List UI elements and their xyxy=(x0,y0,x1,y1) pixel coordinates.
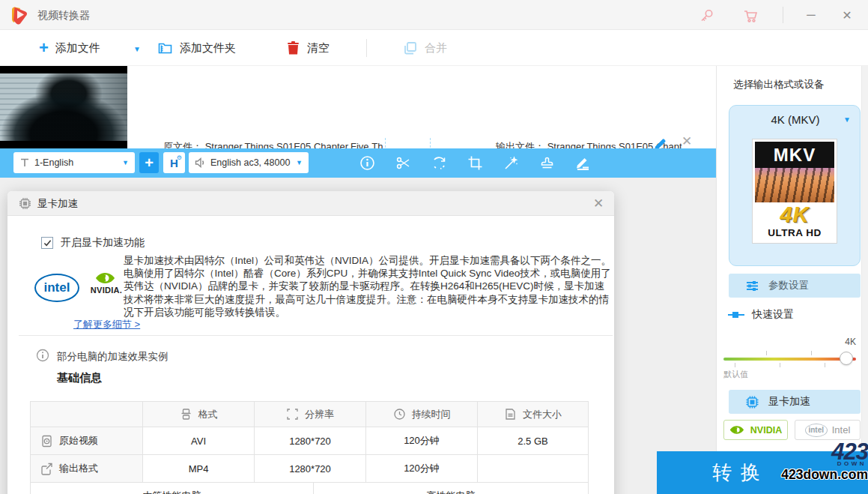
slider-tick xyxy=(811,351,812,355)
watermark-stamp-icon[interactable] xyxy=(539,155,555,171)
nvidia-toggle-button[interactable]: NVIDIA xyxy=(723,420,788,440)
convert-label: 转换 xyxy=(703,460,769,486)
app-logo-icon xyxy=(10,5,30,25)
video-thumbnail[interactable] xyxy=(0,66,127,148)
chevron-down-icon: ▼ xyxy=(296,159,303,166)
card-quality-label: 4K xyxy=(755,202,834,226)
source-video-icon xyxy=(40,435,53,448)
gear-icon: ⚙ xyxy=(177,154,182,161)
audio-track-select[interactable]: English ac3, 48000 H ▼ xyxy=(189,152,309,173)
intel-logo: intel xyxy=(805,424,828,437)
sliders-icon xyxy=(745,279,759,293)
add-folder-button[interactable]: 添加文件夹 xyxy=(157,30,236,66)
col-duration: 持续时间 xyxy=(366,402,478,427)
gpu-acceleration-dialog: 显卡加速 ✕ 开启显卡加速功能 intel NVIDIA. 显卡加速技术由因特尔… xyxy=(7,191,614,494)
quick-settings-label: 快速设置 xyxy=(752,308,794,322)
subtitle-track-value: 1-English xyxy=(34,157,118,168)
folder-icon xyxy=(157,40,173,56)
nvidia-label: NVIDIA xyxy=(750,425,782,436)
learn-more-link[interactable]: 了解更多细节 > xyxy=(73,318,140,331)
dialog-divider xyxy=(19,335,613,336)
nvidia-eye-icon xyxy=(95,271,118,286)
card-container-label: MKV xyxy=(755,142,834,168)
titlebar-divider xyxy=(783,7,783,23)
slider-tick xyxy=(780,363,780,367)
effect-wand-icon[interactable] xyxy=(503,155,519,171)
slider-default-label: 默认值 xyxy=(723,369,748,380)
register-key-icon[interactable] xyxy=(699,7,715,24)
clear-label: 清空 xyxy=(307,41,330,55)
trim-scissors-icon[interactable] xyxy=(395,155,411,171)
video-frame xyxy=(0,73,127,141)
parameter-settings-button[interactable]: 参数设置 xyxy=(729,274,861,298)
add-file-label: 添加文件 xyxy=(55,41,100,55)
dialog-close-icon[interactable]: ✕ xyxy=(590,196,607,211)
intel-toggle-button[interactable]: intel Intel xyxy=(795,420,861,440)
clear-button[interactable]: 清空 xyxy=(286,30,330,66)
slider-tick xyxy=(825,363,825,367)
titlebar: 视频转换器 ─ ✕ xyxy=(0,0,868,30)
basic-info-heading: 基础信息 xyxy=(57,371,102,385)
chevron-down-icon[interactable]: ▼ xyxy=(843,115,851,124)
add-file-button[interactable]: + 添加文件 xyxy=(39,30,100,66)
speaker-icon xyxy=(195,157,206,168)
main-toolbar: + 添加文件 ▼ 添加文件夹 清空 合并 xyxy=(0,30,868,66)
format-selector-panel[interactable]: 4K (MKV) ▼ MKV 4K ULTRA HD xyxy=(729,105,861,266)
info-circle-icon xyxy=(36,349,49,362)
quality-slider-handle[interactable] xyxy=(840,352,853,365)
quick-settings-row: 快速设置 xyxy=(727,308,794,322)
cart-icon[interactable] xyxy=(742,7,759,24)
output-format-icon xyxy=(40,463,53,475)
app-window: 视频转换器 ─ ✕ + 添加文件 ▼ 添加文件夹 清空 xyxy=(0,0,868,494)
gpu-description: 显卡加速技术由因特尔（Intel）公司和英伟达（NVIDIA）公司提供。开启显卡… xyxy=(124,254,614,319)
slider-tick xyxy=(766,351,767,355)
output-sidebar: 选择输出格式或设备 4K (MKV) ▼ MKV 4K ULTRA HD 参数设… xyxy=(716,66,868,494)
merge-button: 合并 xyxy=(403,30,447,66)
trash-icon xyxy=(286,40,300,55)
remove-file-icon[interactable]: ✕ xyxy=(682,133,692,149)
crop-icon[interactable] xyxy=(467,155,483,171)
enable-gpu-label: 开启显卡加速功能 xyxy=(61,236,145,250)
resolution-icon xyxy=(286,408,299,421)
plus-icon: + xyxy=(39,40,49,55)
subtitle-T-icon xyxy=(19,157,30,168)
gpu-acceleration-label: 显卡加速 xyxy=(768,395,810,409)
gpu-acceleration-button[interactable]: 显卡加速 xyxy=(729,390,861,414)
checkbox-checked[interactable] xyxy=(41,237,53,249)
minimize-button[interactable]: ─ xyxy=(795,0,827,30)
merge-label: 合并 xyxy=(425,41,447,55)
edit-bar: 1-English ▼ + H⚙ English ac3, 48000 H ▼ xyxy=(0,148,716,178)
table-footer-row: 中等性能电脑 高性能电脑 xyxy=(31,483,589,494)
close-window-button[interactable]: ✕ xyxy=(831,0,863,30)
convert-button[interactable]: 转换 xyxy=(657,451,868,494)
audio-track-value: English ac3, 48000 H xyxy=(210,157,291,168)
chip-icon xyxy=(19,197,31,210)
slider-handle-icon xyxy=(727,310,745,320)
add-file-dropdown-caret[interactable]: ▼ xyxy=(133,45,141,53)
rotate-icon[interactable] xyxy=(431,155,447,171)
slider-max-label: 4K xyxy=(829,337,856,347)
add-subtitle-button[interactable]: + xyxy=(139,152,159,173)
media-info-icon[interactable] xyxy=(359,155,375,171)
table-header-row: 格式 分辨率 持续时间 文件大小 xyxy=(31,402,589,427)
clock-icon xyxy=(393,408,406,421)
acceleration-table: 格式 分辨率 持续时间 文件大小 原始视频 xyxy=(30,401,589,494)
table-row-source: 原始视频 AVI 1280*720 120分钟 2.5 GB xyxy=(31,427,589,455)
col-format: 格式 xyxy=(143,402,255,427)
dialog-title: 显卡加速 xyxy=(37,197,78,211)
app-title: 视频转换器 xyxy=(37,9,90,22)
quality-slider-track[interactable] xyxy=(723,358,856,361)
file-size-icon xyxy=(504,408,517,421)
h-gear-button[interactable]: H⚙ xyxy=(163,152,185,173)
dialog-header: 显卡加速 ✕ xyxy=(7,191,614,216)
card-tiger-image xyxy=(755,168,834,202)
examples-heading: 部分电脑的加速效果实例 xyxy=(57,350,169,364)
subtitle-edit-icon[interactable] xyxy=(575,155,591,171)
slider-tick xyxy=(735,363,735,367)
toolbar-divider xyxy=(366,39,367,57)
nvidia-eye-icon xyxy=(729,424,746,436)
scrollbar-track[interactable] xyxy=(861,66,868,494)
intel-label: Intel xyxy=(832,424,851,436)
enable-gpu-checkbox-row[interactable]: 开启显卡加速功能 xyxy=(41,236,145,250)
subtitle-track-select[interactable]: 1-English ▼ xyxy=(13,152,135,173)
